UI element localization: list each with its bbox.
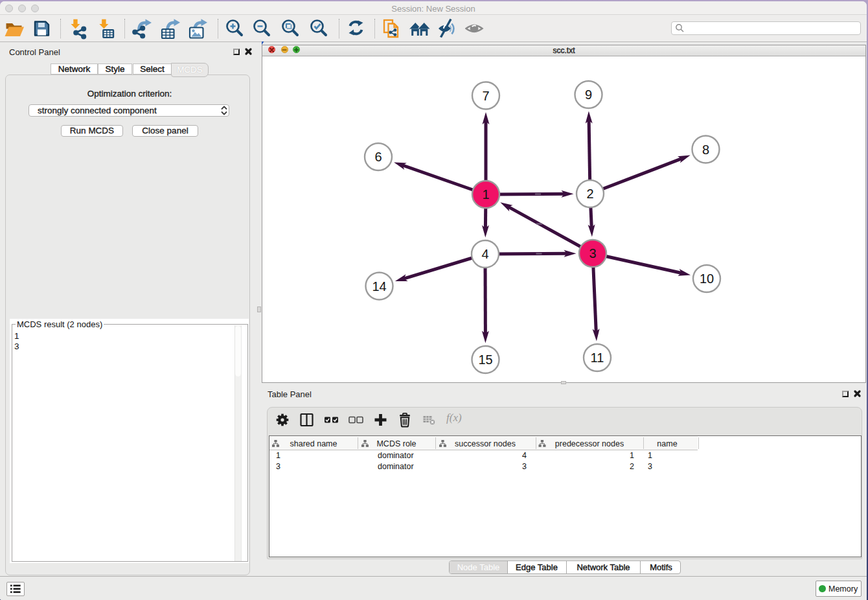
svg-text:7: 7: [482, 89, 489, 103]
svg-text:1: 1: [482, 187, 489, 202]
svg-text:9: 9: [585, 87, 592, 102]
svg-text:14: 14: [372, 279, 386, 294]
svg-text:11: 11: [591, 351, 604, 365]
svg-text:6: 6: [374, 150, 382, 164]
svg-text:3: 3: [589, 246, 596, 260]
svg-text:15: 15: [478, 352, 492, 367]
svg-text:8: 8: [702, 143, 709, 157]
svg-text:4: 4: [481, 247, 488, 261]
svg-text:2: 2: [586, 187, 593, 201]
svg-text:10: 10: [700, 271, 714, 286]
